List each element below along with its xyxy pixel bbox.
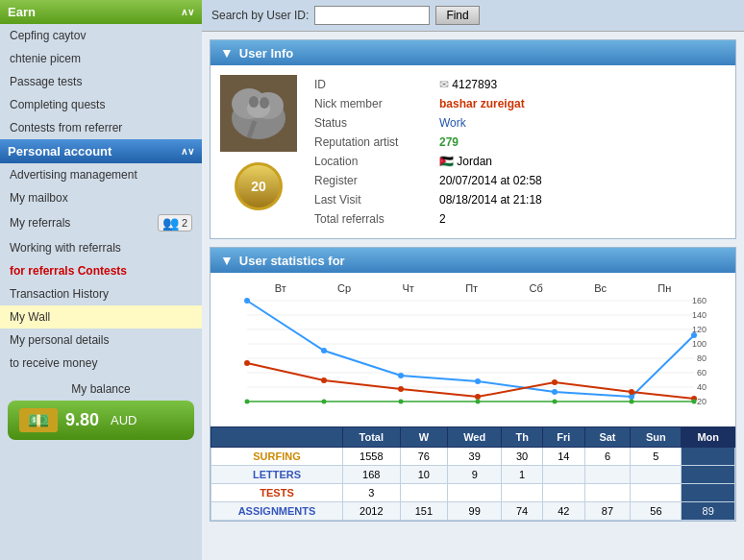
main-content: Search by User ID: Find ▼ User Info [202, 0, 744, 560]
svg-point-24 [244, 298, 250, 304]
stats-section: ▼ User statistics for Вт Ср Чт Пт Сб Вс … [210, 247, 736, 522]
flag-icon: 🇯🇴 [439, 155, 454, 168]
find-button[interactable]: Find [435, 6, 479, 25]
svg-point-44 [692, 400, 697, 404]
sidebar-item-passage[interactable]: Passage tests [0, 70, 202, 93]
personal-collapse-icon[interactable]: ∧∨ [181, 146, 194, 157]
svg-point-6 [260, 97, 269, 109]
svg-point-41 [476, 400, 481, 404]
user-avatar [220, 75, 297, 152]
col-header-sun: Sun [631, 427, 682, 448]
stats-title: User statistics for [239, 254, 345, 268]
user-info-table: ID ✉ 4127893 Nick member bashar zureigat… [307, 75, 726, 229]
col-header-sat: Sat [584, 427, 631, 448]
sidebar-item-referrals[interactable]: My referrals 👥 2 [0, 209, 202, 236]
stats-table: Total W Wed Th Fri Sat Sun Mon SURFING 1… [211, 426, 735, 521]
svg-point-34 [475, 394, 481, 400]
svg-point-36 [629, 389, 634, 395]
sidebar-item-completing[interactable]: Completing quests [0, 93, 202, 116]
svg-point-32 [321, 377, 327, 383]
svg-point-27 [475, 378, 481, 384]
svg-text:140: 140 [692, 310, 707, 320]
sidebar-item-my-wall[interactable]: My Wall [0, 305, 202, 329]
sidebar-item-tx-history[interactable]: Transaction History [0, 282, 202, 305]
svg-point-31 [244, 360, 250, 366]
user-info-title: User Info [239, 46, 293, 61]
earn-items-list: Cepfing caytov chtenie picem Passage tes… [0, 24, 202, 139]
referrals-badge: 👥 2 [158, 214, 192, 231]
search-input[interactable] [314, 6, 430, 25]
balance-section: My balance 💵 9.80 AUD [0, 375, 202, 448]
sidebar-item-contests-referrer[interactable]: Contests from referrer [0, 116, 202, 139]
table-row: SURFING 1558 76 39 30 14 6 5 [211, 448, 735, 466]
table-row: ASSIGNMENTS 2012 151 99 74 42 87 56 89 [211, 502, 735, 521]
sidebar-item-personal-details[interactable]: My personal details [0, 329, 202, 352]
sidebar-item-adv-mgmt[interactable]: Advertising management [0, 163, 202, 186]
sidebar: Earn ∧∨ Cepfing caytov chtenie picem Pas… [0, 0, 202, 560]
personal-section-header[interactable]: Personal account ∧∨ [0, 139, 202, 163]
svg-point-35 [552, 379, 558, 385]
balance-icon: 💵 [19, 408, 58, 432]
balance-title: My balance [8, 382, 194, 396]
sidebar-item-receive-money[interactable]: to receive money [0, 352, 202, 375]
svg-point-42 [553, 400, 558, 404]
sidebar-item-mailbox[interactable]: My mailbox [0, 186, 202, 209]
table-row: Total referrals 2 [307, 209, 726, 229]
svg-point-33 [398, 386, 404, 392]
chart-svg: 160 140 120 100 80 60 40 20 [220, 296, 726, 421]
sidebar-item-chtenie[interactable]: chtenie picem [0, 47, 202, 70]
svg-point-30 [691, 332, 697, 338]
balance-box: 💵 9.80 AUD [8, 401, 194, 440]
table-row: LETTERS 168 10 9 1 [211, 466, 735, 484]
avatar-image [220, 75, 297, 152]
earn-collapse-icon[interactable]: ∧∨ [181, 7, 194, 17]
table-row: Last Visit 08/18/2014 at 21:18 [307, 190, 726, 209]
col-header-w: W [400, 427, 448, 448]
table-row: Location 🇯🇴 Jordan [307, 152, 726, 171]
col-header-mon: Mon [682, 427, 735, 448]
chart-day-labels: Вт Ср Чт Пт Сб Вс Пн [220, 282, 726, 294]
svg-text:100: 100 [692, 339, 707, 349]
table-row: Nick member bashar zureigat [307, 94, 726, 113]
svg-text:160: 160 [692, 296, 707, 305]
user-info-section: ▼ User Info [210, 39, 736, 239]
table-row: Status Work [307, 113, 726, 133]
svg-point-38 [245, 400, 250, 404]
chart-area: Вт Ср Чт Пт Сб Вс Пн 160 140 120 100 8 [211, 273, 735, 426]
table-header-row: Total W Wed Th Fri Sat Sun Mon [211, 427, 735, 448]
table-row: TESTS 3 [211, 484, 735, 502]
earn-section-header[interactable]: Earn ∧∨ [0, 0, 202, 24]
svg-text:40: 40 [697, 382, 707, 392]
user-info-content: 20 ID ✉ 4127893 Nick member bashar zurei… [211, 65, 735, 238]
svg-point-5 [249, 96, 259, 108]
table-row: ID ✉ 4127893 [307, 75, 726, 94]
col-header-wed: Wed [448, 427, 502, 448]
col-header-th: Th [502, 427, 543, 448]
col-header-total: Total [343, 427, 401, 448]
svg-text:60: 60 [697, 368, 707, 377]
user-info-arrow-icon: ▼ [220, 45, 234, 61]
sidebar-item-cepfing[interactable]: Cepfing caytov [0, 24, 202, 47]
sidebar-item-ref-contests[interactable]: for referrals Contests [0, 259, 202, 282]
search-bar: Search by User ID: Find [202, 0, 744, 32]
svg-point-40 [399, 400, 404, 404]
personal-items-list: Advertising management My mailbox My ref… [0, 163, 202, 375]
svg-point-26 [398, 373, 404, 378]
search-label: Search by User ID: [211, 9, 309, 22]
stats-header: ▼ User statistics for [211, 248, 735, 273]
svg-point-39 [322, 400, 327, 404]
svg-point-25 [321, 348, 327, 353]
reputation-badge: 20 [235, 162, 283, 210]
balance-amount: 9.80 [65, 410, 99, 430]
earn-label: Earn [8, 5, 36, 19]
stats-arrow-icon: ▼ [220, 253, 234, 268]
col-header-fri: Fri [542, 427, 584, 448]
personal-label: Personal account [8, 144, 112, 158]
user-info-header: ▼ User Info [211, 40, 735, 65]
svg-text:80: 80 [697, 353, 707, 363]
svg-point-28 [552, 389, 558, 395]
table-row: Reputation artist 279 [307, 133, 726, 152]
col-header-label [211, 427, 343, 448]
sidebar-item-work-ref[interactable]: Working with referrals [0, 236, 202, 259]
svg-text:20: 20 [697, 397, 707, 406]
